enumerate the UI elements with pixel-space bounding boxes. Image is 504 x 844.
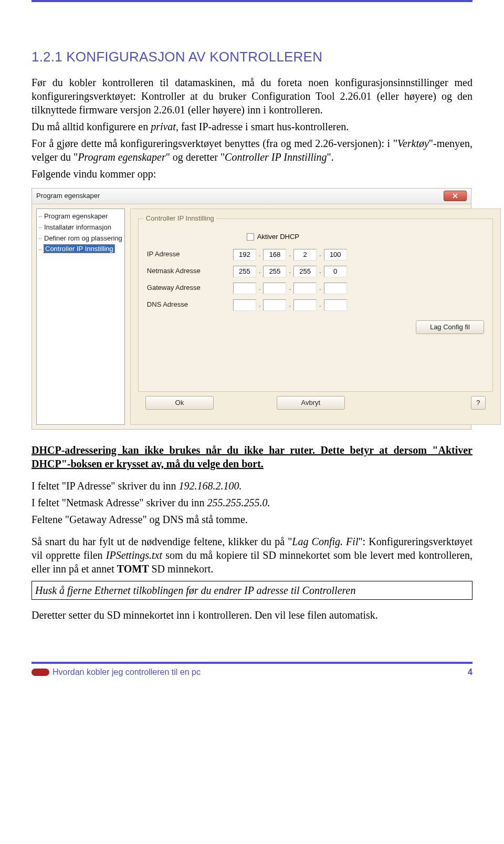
ok-button[interactable]: Ok: [145, 396, 214, 410]
label-gateway: Gateway Adresse: [147, 284, 226, 293]
gateway-octet-2[interactable]: [263, 283, 286, 294]
ip-instruction-2: I feltet "Netmask Adresse" skriver du in…: [32, 496, 472, 509]
dot-icon: .: [258, 300, 261, 309]
netmask-octet-2[interactable]: 255: [263, 266, 286, 277]
footer-title: Hvordan kobler jeg controlleren til en p…: [52, 667, 201, 678]
close-icon[interactable]: ✕: [444, 191, 467, 201]
dot-icon: .: [288, 284, 291, 293]
dot-icon: .: [288, 267, 291, 276]
row-dns: DNS Adresse . . .: [147, 299, 484, 311]
dot-icon: .: [258, 284, 261, 293]
dot-icon: .: [319, 267, 322, 276]
footer-bar: Hvordan kobler jeg controlleren til en p…: [0, 667, 504, 689]
ip-octet-1[interactable]: 192: [233, 249, 256, 261]
aktiver-dhcp-row: Aktiver DHCP: [247, 233, 484, 242]
row-ip-adresse: IP Adresse 192. 168. 2. 100: [147, 249, 484, 261]
dns-octet-1[interactable]: [233, 299, 256, 311]
intro-paragraph-1: Før du kobler kontrolleren til datamaski…: [32, 76, 472, 117]
dns-octet-4[interactable]: [324, 299, 347, 311]
gateway-octet-4[interactable]: [324, 283, 347, 294]
controller-ip-groupbox: Controller IP Innstilling Aktiver DHCP I…: [138, 218, 493, 392]
dns-octet-3[interactable]: [293, 299, 317, 311]
lag-config-fil-button[interactable]: Lag Config fil: [416, 320, 484, 334]
dhcp-warning: DHCP-adressering kan ikke brukes når du …: [32, 443, 472, 471]
final-paragraph: Deretter setter du SD minnekortet inn i …: [32, 608, 472, 622]
intro-paragraph-3: Følgende vindu kommer opp:: [32, 167, 472, 181]
aktiver-dhcp-checkbox[interactable]: [247, 233, 254, 241]
gateway-octet-3[interactable]: [293, 283, 317, 294]
section-heading: 1.2.1 KONFIGURASJON AV KONTROLLEREN: [32, 48, 472, 66]
dialog-titlebar: Program egenskaper ✕: [32, 189, 471, 204]
dot-icon: .: [319, 300, 322, 309]
label-netmask: Netmask Adresse: [147, 267, 226, 276]
tree-item-controller-ip[interactable]: Controller IP Innstilling: [38, 244, 123, 255]
dot-icon: .: [258, 250, 261, 259]
page-content: 1.2.1 KONFIGURASJON AV KONTROLLEREN Før …: [0, 2, 504, 641]
groupbox-legend: Controller IP Innstilling: [144, 214, 216, 223]
dot-icon: .: [288, 250, 291, 259]
page-number: 4: [468, 667, 472, 678]
dot-icon: .: [258, 267, 261, 276]
config-file-paragraph: Så snart du har fylt ut de nødvendige fe…: [32, 535, 472, 576]
dialog-right-pane: Controller IP Innstilling Aktiver DHCP I…: [130, 209, 501, 425]
brand-logo-icon: [32, 669, 49, 676]
netmask-octet-3[interactable]: 255: [293, 266, 317, 277]
ip-octet-4[interactable]: 100: [324, 249, 347, 261]
dialog-title: Program egenskaper: [36, 192, 100, 201]
dialog-button-row: Ok Avbryt ?: [138, 392, 493, 417]
intro-paragraph-1b: Du må alltid konfigurere en privat, fast…: [32, 120, 472, 133]
dot-icon: .: [288, 300, 291, 309]
ip-instruction-3: Feltene "Getaway Adresse" og DNS må stå …: [32, 513, 472, 526]
ip-instruction-1: I feltet "IP Adresse" skriver du inn 192…: [32, 479, 472, 493]
ethernet-warning-box: Husk å fjerne Ethernet tilkoblingen før …: [32, 581, 472, 600]
dns-octet-2[interactable]: [263, 299, 286, 311]
tree-item-program-egenskaper[interactable]: Program egenskaper: [38, 211, 123, 222]
tree-item-definer-rom[interactable]: Definer rom og plassering: [38, 233, 123, 244]
footer-border-rule: [32, 662, 472, 664]
ip-octet-2[interactable]: 168: [263, 249, 286, 261]
ip-octet-3[interactable]: 2: [293, 249, 317, 261]
label-dns: DNS Adresse: [147, 300, 226, 309]
intro-paragraph-2: For å gjøre dette må konfigureringsverkt…: [32, 137, 472, 164]
aktiver-dhcp-label: Aktiver DHCP: [257, 233, 299, 242]
netmask-octet-4[interactable]: 0: [324, 266, 347, 277]
row-netmask: Netmask Adresse 255. 255. 255. 0: [147, 266, 484, 277]
label-ip-adresse: IP Adresse: [147, 250, 226, 259]
row-gateway: Gateway Adresse . . .: [147, 283, 484, 294]
settings-tree[interactable]: Program egenskaper Installatør informasj…: [36, 209, 125, 425]
help-button[interactable]: ?: [471, 396, 486, 410]
tree-item-installator[interactable]: Installatør informasjon: [38, 222, 123, 233]
dot-icon: .: [319, 250, 322, 259]
avbryt-button[interactable]: Avbryt: [277, 396, 345, 410]
dot-icon: .: [319, 284, 322, 293]
program-egenskaper-dialog: Program egenskaper ✕ Program egenskaper …: [32, 188, 471, 430]
gateway-octet-1[interactable]: [233, 283, 256, 294]
netmask-octet-1[interactable]: 255: [233, 266, 256, 277]
